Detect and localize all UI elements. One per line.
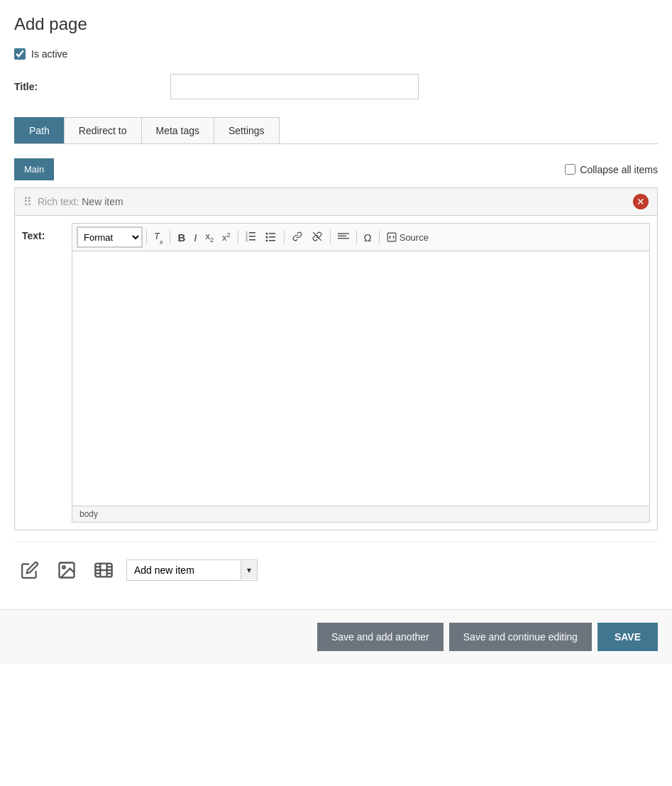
svg-point-8 (265, 236, 268, 238)
tabs-row: Path Redirect to Meta tags Settings (14, 117, 658, 144)
editor-area[interactable] (72, 251, 650, 506)
close-rich-text-button[interactable]: ✕ (633, 194, 649, 209)
rich-text-header: ⠿ Rich text: New item ✕ (15, 188, 657, 216)
svg-rect-14 (338, 235, 346, 236)
svg-rect-15 (338, 238, 349, 239)
subscript-button[interactable]: x2 (202, 229, 217, 246)
svg-rect-13 (338, 233, 349, 234)
svg-point-18 (62, 566, 65, 569)
svg-rect-11 (269, 240, 275, 241)
edit-icon-button[interactable] (14, 555, 45, 586)
format-select[interactable]: Format Paragraph Heading 1 Heading 2 Hea… (77, 227, 142, 247)
editor-toolbar: Format Paragraph Heading 1 Heading 2 Hea… (72, 223, 650, 251)
footer-bar: Save and add another Save and continue e… (0, 609, 672, 664)
video-icon-button[interactable] (88, 555, 119, 586)
save-continue-editing-button[interactable]: Save and continue editing (449, 623, 592, 651)
save-button[interactable]: SAVE (597, 623, 658, 651)
svg-rect-7 (269, 233, 275, 234)
superscript-button[interactable]: x2 (219, 229, 234, 245)
page-title: Add page (14, 14, 658, 34)
italic-button[interactable]: I (190, 229, 200, 246)
svg-rect-1 (249, 236, 255, 237)
tab-settings[interactable]: Settings (214, 117, 280, 143)
main-button[interactable]: Main (14, 158, 54, 180)
svg-rect-9 (269, 236, 275, 238)
is-active-checkbox[interactable] (14, 48, 26, 60)
is-active-label: Is active (31, 48, 67, 60)
unordered-list-button[interactable] (262, 229, 280, 246)
title-input[interactable] (170, 74, 419, 99)
svg-rect-2 (249, 239, 255, 241)
toolbar-divider-1 (146, 230, 147, 244)
toolbar-divider-7 (379, 230, 380, 244)
omega-button[interactable]: Ω (360, 229, 375, 246)
collapse-all-checkbox[interactable] (565, 164, 575, 175)
toolbar-divider-5 (330, 230, 331, 244)
tab-redirect[interactable]: Redirect to (64, 117, 142, 143)
toolbar-divider-2 (170, 230, 170, 244)
svg-rect-0 (249, 232, 255, 234)
add-item-row: Add new item ▾ (14, 541, 658, 599)
toolbar-divider-4 (284, 230, 285, 244)
add-item-select[interactable]: Add new item (127, 560, 241, 580)
add-item-select-wrap: Add new item ▾ (126, 560, 258, 581)
toolbar-divider-6 (356, 230, 357, 244)
unlink-button[interactable] (308, 229, 326, 246)
drag-handle-icon[interactable]: ⠿ (23, 195, 32, 209)
source-button[interactable]: Source (383, 231, 432, 244)
collapse-all-label: Collapse all items (580, 164, 658, 175)
tab-meta-tags[interactable]: Meta tags (141, 117, 214, 143)
ordered-list-button[interactable]: 1.2.3. (242, 229, 260, 246)
svg-text:3.: 3. (246, 238, 248, 241)
save-add-another-button[interactable]: Save and add another (317, 623, 444, 651)
svg-point-10 (265, 239, 268, 241)
tab-path[interactable]: Path (14, 117, 65, 143)
link-button[interactable] (288, 229, 307, 246)
title-label: Title: (14, 81, 170, 92)
toolbar-divider-3 (238, 230, 238, 244)
rich-text-label: Rich text: New item (38, 196, 123, 207)
editor-footer: body (72, 506, 650, 523)
bold-button[interactable]: B (174, 229, 189, 246)
rich-text-body: Text: Format Paragraph Heading 1 Heading… (15, 216, 657, 530)
remove-format-button[interactable]: Tx (150, 229, 166, 246)
image-icon-button[interactable] (51, 555, 82, 586)
add-item-icons (14, 555, 119, 586)
add-item-dropdown-arrow[interactable]: ▾ (241, 561, 257, 579)
align-button[interactable] (334, 229, 353, 246)
svg-point-6 (265, 232, 268, 234)
text-label: Text: (22, 223, 65, 523)
editor-container: Format Paragraph Heading 1 Heading 2 Hea… (72, 223, 650, 523)
rich-text-block: ⠿ Rich text: New item ✕ Text: Format (14, 187, 658, 530)
